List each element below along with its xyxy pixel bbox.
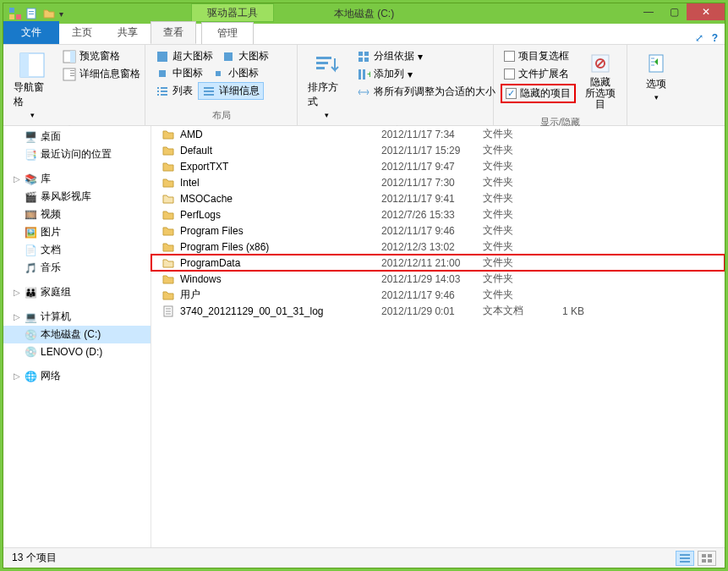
help-icon[interactable]: ? xyxy=(712,32,718,44)
nav-pane-icon xyxy=(19,52,46,79)
file-date: 2012/11/17 9:41 xyxy=(381,193,483,205)
file-row[interactable]: AMD2012/11/17 7:34文件夹 xyxy=(151,126,725,142)
svg-rect-48 xyxy=(680,561,690,563)
svg-rect-31 xyxy=(359,52,363,56)
layout-list[interactable]: 列表 xyxy=(152,82,196,100)
file-date: 2012/11/29 14:03 xyxy=(381,273,483,285)
minimize-ribbon-icon[interactable]: ⤢ xyxy=(695,32,703,44)
tab-share[interactable]: 共享 xyxy=(105,21,151,44)
svg-rect-35 xyxy=(359,69,361,80)
file-row[interactable]: Default2012/11/17 15:29文件夹 xyxy=(151,142,725,158)
nav-computer[interactable]: ▷💻计算机 xyxy=(3,308,151,326)
layout-details[interactable]: 详细信息 xyxy=(198,82,264,100)
nav-drive-d[interactable]: 💿LENOVO (D:) xyxy=(3,343,151,360)
nav-lib-item[interactable]: 📄文档 xyxy=(3,241,151,259)
sort-icon xyxy=(313,52,340,79)
svg-rect-27 xyxy=(204,94,214,96)
minimize-button[interactable]: — xyxy=(636,3,661,20)
file-date: 2012/11/17 9:47 xyxy=(381,161,483,173)
svg-rect-3 xyxy=(16,14,21,19)
sort-by-button[interactable]: 排序方式 ▾ xyxy=(304,48,348,123)
nav-lib-item[interactable]: 🎞️视频 xyxy=(3,206,151,223)
ribbon: 导航窗格 ▾ 预览窗格 详细信息窗格 窗格 xyxy=(3,45,725,126)
item-checkboxes-toggle[interactable]: 项目复选框 xyxy=(501,48,576,64)
tab-file[interactable]: 文件 xyxy=(3,21,59,44)
layout-small[interactable]: 小图标 xyxy=(208,65,262,81)
file-date: 2012/12/11 21:00 xyxy=(381,257,483,269)
file-extensions-toggle[interactable]: 文件扩展名 xyxy=(501,66,576,82)
file-date: 2012/11/29 0:01 xyxy=(381,305,483,317)
details-pane-button[interactable]: 详细信息窗格 xyxy=(59,66,144,82)
file-row[interactable]: PerfLogs2012/7/26 15:33文件夹 xyxy=(151,206,725,222)
folder-icon xyxy=(161,128,175,141)
file-row[interactable]: Program Files2012/11/17 9:46文件夹 xyxy=(151,222,725,239)
nav-homegroup[interactable]: ▷👪家庭组 xyxy=(3,283,151,301)
explorer-window: ▾ 驱动器工具 本地磁盘 (C:) — ▢ ✕ 文件 主页 共享 查看 管理 ⤢… xyxy=(3,3,725,568)
svg-rect-22 xyxy=(161,91,167,92)
nav-lib-item[interactable]: 🖼️图片 xyxy=(3,223,151,241)
file-date: 2012/11/17 7:34 xyxy=(381,129,483,140)
details-pane-icon xyxy=(63,68,76,81)
file-row[interactable]: Intel2012/11/17 7:30文件夹 xyxy=(151,174,725,190)
svg-rect-13 xyxy=(70,73,74,74)
navigation-tree[interactable]: 🖥️桌面 📑最近访问的位置 ▷📚库 🎬暴风影视库 🎞️视频 🖼️图片 📄文档 🎵… xyxy=(3,126,151,547)
svg-rect-14 xyxy=(70,75,74,76)
view-thumbnails-button[interactable] xyxy=(698,551,716,566)
file-type: 文件夹 xyxy=(483,175,550,189)
file-row[interactable]: MSOCache2012/11/17 9:41文件夹 xyxy=(151,190,725,206)
tab-home[interactable]: 主页 xyxy=(59,21,105,44)
svg-rect-17 xyxy=(159,70,166,77)
nav-desktop[interactable]: 🖥️桌面 xyxy=(3,128,151,145)
file-name: Windows xyxy=(180,273,222,285)
file-row[interactable]: ProgramData2012/12/11 21:00文件夹 xyxy=(151,255,725,271)
qat-dropdown-icon[interactable]: ▾ xyxy=(59,9,63,19)
folder-icon xyxy=(161,176,175,189)
nav-lib-item[interactable]: 🎵音乐 xyxy=(3,259,151,277)
folder-icon xyxy=(161,192,175,206)
qat-newfolder-icon[interactable] xyxy=(42,7,56,20)
file-name: 用户 xyxy=(180,288,200,302)
nav-recent[interactable]: 📑最近访问的位置 xyxy=(3,145,151,163)
nav-lib-item[interactable]: 🎬暴风影视库 xyxy=(3,188,151,206)
status-bar: 13 个项目 xyxy=(3,547,725,568)
file-name: Program Files (x86) xyxy=(180,241,269,253)
svg-rect-49 xyxy=(702,554,706,557)
close-button[interactable]: ✕ xyxy=(687,3,725,20)
options-button[interactable]: 选项 ▾ xyxy=(634,48,678,105)
drive-tools-tab[interactable]: 驱动器工具 xyxy=(191,3,274,22)
svg-rect-2 xyxy=(9,14,14,19)
file-list[interactable]: AMD2012/11/17 7:34文件夹Default2012/11/17 1… xyxy=(151,126,725,547)
file-row[interactable]: ExportTXT2012/11/17 9:47文件夹 xyxy=(151,158,725,174)
nav-libraries[interactable]: ▷📚库 xyxy=(3,170,151,188)
add-columns-button[interactable]: +添加列 ▾ xyxy=(353,66,499,82)
file-row[interactable]: 用户2012/11/17 9:46文件夹 xyxy=(151,287,725,303)
nav-network[interactable]: ▷🌐网络 xyxy=(3,367,151,385)
nav-pane-button[interactable]: 导航窗格 ▾ xyxy=(10,48,54,123)
layout-medium[interactable]: 中图标 xyxy=(152,65,206,81)
hide-selected-button[interactable]: 隐藏所选项目 xyxy=(581,48,620,114)
svg-rect-12 xyxy=(70,70,74,71)
hidden-items-toggle[interactable]: 隐藏的项目 xyxy=(501,84,576,103)
tab-manage[interactable]: 管理 xyxy=(201,22,254,44)
file-name: ExportTXT xyxy=(180,161,228,173)
svg-rect-15 xyxy=(157,52,167,62)
file-row[interactable]: 3740_20121129_00_01_31_log2012/11/29 0:0… xyxy=(151,303,725,319)
layout-large[interactable]: 大图标 xyxy=(218,48,272,64)
file-type: 文件夹 xyxy=(483,143,550,157)
file-type: 文件夹 xyxy=(483,272,550,286)
preview-pane-button[interactable]: 预览窗格 xyxy=(59,48,144,64)
view-details-button[interactable] xyxy=(676,551,694,566)
tab-view[interactable]: 查看 xyxy=(151,21,196,44)
svg-text:+: + xyxy=(367,69,370,80)
file-row[interactable]: Windows2012/11/29 14:03文件夹 xyxy=(151,271,725,287)
size-columns-button[interactable]: 将所有列调整为合适的大小 xyxy=(353,84,499,100)
group-by-button[interactable]: 分组依据 ▾ xyxy=(353,48,499,64)
svg-rect-1 xyxy=(16,8,21,13)
file-type: 文件夹 xyxy=(483,223,550,238)
qat-properties-icon[interactable] xyxy=(25,7,39,20)
svg-rect-5 xyxy=(29,11,34,12)
file-row[interactable]: Program Files (x86)2012/12/3 13:02文件夹 xyxy=(151,239,725,255)
maximize-button[interactable]: ▢ xyxy=(661,3,687,20)
layout-extra-large[interactable]: 超大图标 xyxy=(152,48,216,64)
nav-drive-c[interactable]: 💿本地磁盘 (C:) xyxy=(3,326,151,343)
